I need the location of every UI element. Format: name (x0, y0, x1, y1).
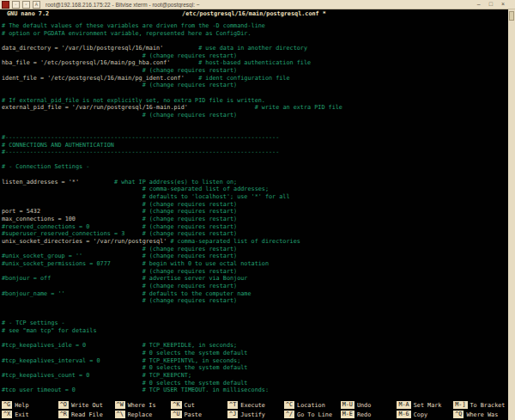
shortcut-key: M-6 (397, 411, 410, 418)
comment-text: # (change requires restart) (142, 246, 238, 253)
shortcut-redo: M-ERedo (339, 411, 396, 418)
shortcut-help: ^GHelp (0, 401, 57, 409)
shortcut-key: ^/ (284, 411, 294, 418)
editor-line[interactable]: unix_socket_directories = '/var/run/post… (2, 238, 508, 246)
editor-line[interactable]: # (change requires restart) (2, 268, 508, 276)
editor-line[interactable]: #tcp_keepalives_idle = 0 # TCP_KEEPIDLE,… (2, 342, 508, 350)
editor-line[interactable]: # (change requires restart) (2, 246, 508, 253)
setting-text (2, 380, 142, 387)
editor-line[interactable]: #reserved_connections = 0 # (change requ… (2, 223, 508, 231)
comment-text: # (change requires restart) (142, 201, 238, 208)
shortcut-key: ^G (2, 401, 12, 409)
editor-line[interactable]: #---------------------------------------… (2, 149, 508, 156)
shortcut-label: Set Mark (414, 402, 442, 409)
editor-line[interactable]: port = 5432 # (change requires restart) (2, 208, 508, 216)
setting-text: listen_addresses = '*' (2, 179, 114, 186)
editor-line[interactable]: # (change requires restart) (2, 283, 508, 290)
terminal-area[interactable]: GNU nano 7.2 /etc/postgresql/16/main/pos… (0, 9, 508, 420)
editor-line[interactable]: # If external_pid_file is not explicitly… (2, 97, 508, 105)
editor-line[interactable]: # (change requires restart) (2, 112, 508, 119)
editor-line[interactable]: # - Connection Settings - (2, 163, 508, 171)
shortcut-key: M-U (341, 401, 354, 409)
editor-line[interactable]: # comma-separated list of addresses; (2, 186, 508, 193)
editor-line[interactable]: data_directory = '/var/lib/postgresql/16… (2, 45, 508, 52)
editor-line[interactable]: # (change requires restart) (2, 52, 508, 60)
shortcut-label: Go To Line (297, 411, 332, 418)
editor-line[interactable]: # (change requires restart) (2, 297, 508, 305)
editor-content[interactable]: # The default values of these variables … (0, 18, 508, 392)
editor-line[interactable]: # The default values of these variables … (2, 22, 508, 30)
editor-line[interactable]: # see "man tcp" for details (2, 327, 508, 335)
setting-text (2, 186, 142, 192)
shortcut-key: ^J (227, 411, 238, 418)
editor-line[interactable]: # defaults to 'localhost'; use '*' for a… (2, 193, 508, 201)
shortcut-key: M-A (397, 401, 410, 409)
setting-text (2, 52, 142, 59)
maximize-button[interactable]: □ (489, 0, 493, 9)
editor-line[interactable] (2, 156, 508, 164)
font-icon[interactable]: A (33, 1, 40, 9)
editor-line[interactable]: listen_addresses = '*' # what IP address… (2, 179, 508, 186)
close-button[interactable]: × (501, 0, 505, 9)
shortcut-label: Paste (185, 411, 202, 418)
editor-line[interactable]: # (change requires restart) (2, 67, 508, 75)
editor-line[interactable]: # (change requires restart) (2, 82, 508, 89)
editor-line[interactable]: #tcp_keepalives_count = 0 # TCP_KEEPCNT; (2, 372, 508, 380)
setting-text: data_directory = '/var/lib/postgresql/16… (2, 45, 198, 52)
editor-line[interactable] (2, 126, 508, 134)
minimize-button[interactable]: – (477, 0, 481, 9)
shortcut-label: Help (15, 402, 28, 409)
comment-text: # see "man tcp" for details (2, 327, 97, 334)
new-terminal-icon[interactable]: ▫ (22, 1, 30, 9)
window-title: root@192.168.216.175:22 - Bitvise xterm … (45, 2, 477, 8)
editor-line[interactable]: #tcp_user_timeout = 0 # TCP_USER_TIMEOUT… (2, 387, 508, 392)
editor-line[interactable]: #bonjour_name = '' # defaults to the com… (2, 290, 508, 298)
editor-line[interactable]: #superuser_reserved_connections = 3 # (c… (2, 230, 508, 238)
editor-line[interactable]: max_connections = 100 # (change requires… (2, 216, 508, 223)
comment-text: #bonjour_name = '' # defaults to the com… (2, 290, 251, 297)
editor-line[interactable]: #---------------------------------------… (2, 134, 508, 142)
editor-line[interactable]: # 0 selects the system default (2, 380, 508, 387)
shortcut-execute: ^TExecute (226, 401, 282, 409)
editor-line[interactable] (2, 313, 508, 320)
comment-text: # (change requires restart) (142, 112, 238, 119)
setting-text (2, 364, 142, 371)
editor-line[interactable] (2, 37, 508, 45)
shortcut-key: ^R (58, 411, 69, 418)
editor-line[interactable]: #bonjour = off # advertise server via Bo… (2, 275, 508, 283)
editor-line[interactable]: # - TCP settings - (2, 320, 508, 327)
shortcut-replace: ^\Replace (113, 411, 170, 418)
shortcut-label: Redo (357, 411, 371, 418)
editor-line[interactable] (2, 335, 508, 343)
shortcut-label: Read File (71, 411, 103, 418)
shortcut-label: To Bracket (470, 402, 506, 409)
editor-line[interactable]: #unix_socket_group = '' # (change requir… (2, 253, 508, 260)
editor-line[interactable] (2, 171, 508, 179)
comment-text: # (change requires restart) (142, 268, 238, 275)
scrollbar[interactable] (508, 9, 515, 420)
editor-line[interactable]: external_pid_file = '/var/run/postgresql… (2, 104, 508, 112)
window-titlebar[interactable]: ◦ ▫ A root@192.168.216.175:22 - Bitvise … (0, 0, 515, 9)
editor-line[interactable]: # CONNECTIONS AND AUTHENTICATION (2, 142, 508, 149)
editor-line[interactable]: # (change requires restart) (2, 201, 508, 209)
editor-line[interactable]: #tcp_keepalives_interval = 0 # TCP_KEEPI… (2, 357, 508, 365)
editor-line[interactable] (2, 119, 508, 127)
shortcut-key: ^\ (115, 411, 125, 418)
editor-line[interactable]: hba_file = '/etc/postgresql/16/main/pg_h… (2, 59, 508, 67)
editor-line[interactable]: # 0 selects the system default (2, 350, 508, 357)
editor-line[interactable]: # option or PGDATA environment variable,… (2, 30, 508, 38)
editor-line[interactable]: ident_file = '/etc/postgresql/16/main/pg… (2, 75, 508, 82)
app-icon[interactable] (2, 1, 9, 9)
editor-line[interactable] (2, 305, 508, 313)
setting-text (2, 82, 142, 88)
editor-line[interactable] (2, 89, 508, 97)
editor-line[interactable]: #unix_socket_permissions = 0777 # begin … (2, 260, 508, 268)
shortcut-to-bracket: M-]To Bracket (451, 401, 508, 409)
settings-icon[interactable]: ◦ (12, 1, 20, 9)
editor-line[interactable]: # 0 selects the system default (2, 364, 508, 372)
comment-text: # (change requires restart) (142, 67, 238, 74)
setting-text: unix_socket_directories = '/var/run/post… (2, 238, 170, 245)
shortcut-go-to-line: ^/Go To Line (282, 411, 339, 418)
shortcut-label: Cut (185, 402, 195, 409)
scrollbar-thumb[interactable] (509, 11, 514, 21)
